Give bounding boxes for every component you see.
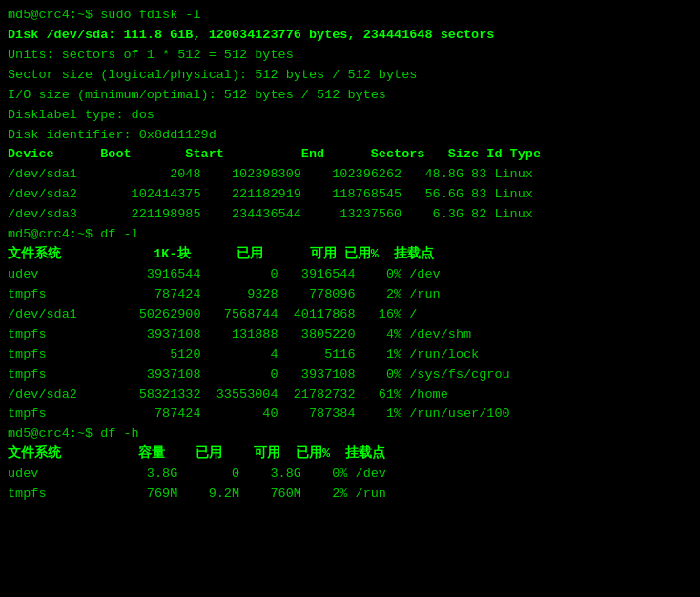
terminal-line-tmpfs4: tmpfs 3937108 0 3937108 0% /sys/fs/cgrou: [8, 365, 692, 385]
terminal-line-disk-header: Disk /dev/sda: 111.8 GiB, 120034123776 b…: [8, 26, 692, 46]
terminal-line-io-size: I/O size (minimum/optimal): 512 bytes / …: [8, 86, 692, 106]
terminal-line-units: Units: sectors of 1 * 512 = 512 bytes: [8, 46, 692, 66]
terminal-line-df-header: 文件系统 1K-块 已用 可用 已用% 挂载点: [8, 245, 692, 265]
terminal-line-sda3: /dev/sda3 221198985 234436544 13237560 6…: [8, 205, 692, 225]
terminal-line-sda2-df: /dev/sda2 58321332 33553004 21782732 61%…: [8, 385, 692, 405]
terminal-line-dfh-header: 文件系统 容量 已用 可用 已用% 挂载点: [8, 444, 692, 464]
terminal-line-tmpfs5: tmpfs 787424 40 787384 1% /run/user/100: [8, 404, 692, 424]
terminal-line-tmpfs2: tmpfs 3937108 131888 3805220 4% /dev/shm: [8, 325, 692, 345]
terminal-line-disklabel: Disklabel type: dos: [8, 106, 692, 126]
terminal-line-udev-h: udev 3.8G 0 3.8G 0% /dev: [8, 464, 692, 484]
terminal-line-diskid: Disk identifier: 0x8dd1129d: [8, 126, 692, 146]
terminal-window: md5@crc4:~$ sudo fdisk -lDisk /dev/sda: …: [0, 0, 700, 597]
terminal-line-tmpfs3: tmpfs 5120 4 5116 1% /run/lock: [8, 345, 692, 365]
terminal-line-sda1-df: /dev/sda1 50262900 7568744 40117868 16% …: [8, 305, 692, 325]
terminal-line-cmd1: md5@crc4:~$ sudo fdisk -l: [8, 6, 692, 26]
terminal-line-cmd2: md5@crc4:~$ df -l: [8, 225, 692, 245]
terminal-line-udev: udev 3916544 0 3916544 0% /dev: [8, 265, 692, 285]
terminal-line-cmd3: md5@crc4:~$ df -h: [8, 424, 692, 444]
terminal-line-sector-size: Sector size (logical/physical): 512 byte…: [8, 66, 692, 86]
terminal-line-sda1: /dev/sda1 2048 102398309 102396262 48.8G…: [8, 165, 692, 185]
terminal-line-tmpfs1: tmpfs 787424 9328 778096 2% /run: [8, 285, 692, 305]
terminal-line-tmpfs-h: tmpfs 769M 9.2M 760M 2% /run: [8, 484, 692, 504]
terminal-line-sda2: /dev/sda2 102414375 221182919 118768545 …: [8, 185, 692, 205]
terminal-line-table-header: Device Boot Start End Sectors Size Id Ty…: [8, 145, 692, 165]
